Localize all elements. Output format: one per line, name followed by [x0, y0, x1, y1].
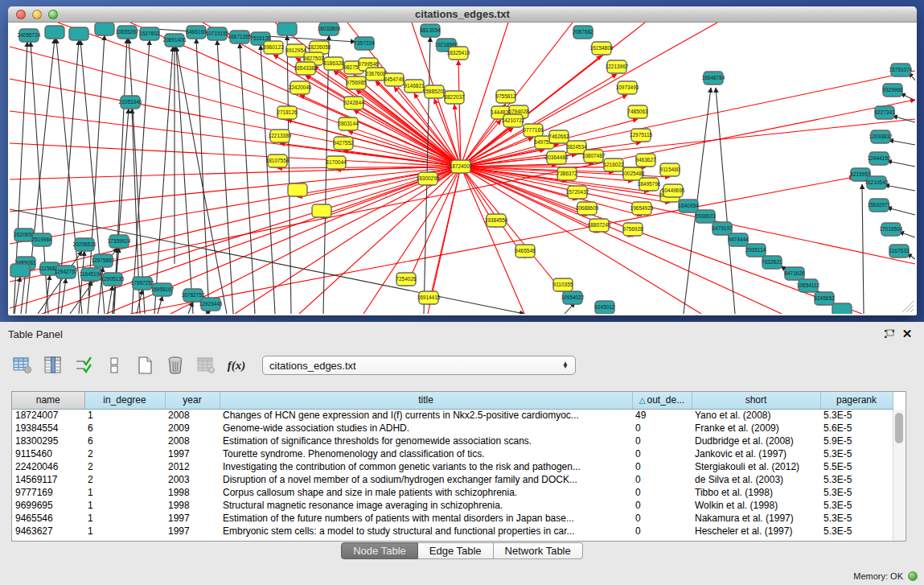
table-cell[interactable]: Changes of HCN gene expression and I(f) … — [220, 409, 632, 422]
table-cell[interactable]: 9777169 — [12, 486, 84, 499]
graph-node[interactable]: 9245012 — [594, 301, 615, 314]
graph-node[interactable]: 2087682 — [573, 26, 593, 39]
table-row[interactable]: 2242004622012Investigating the contribut… — [12, 460, 893, 473]
table-cell[interactable]: Yano et al. (2008) — [692, 409, 820, 422]
table-cell[interactable]: 0 — [632, 435, 692, 447]
table-cell[interactable]: 2 — [84, 447, 165, 460]
graph-node[interactable]: 9755812 — [495, 90, 516, 103]
table-cell[interactable]: Investigating the contribution of common… — [220, 460, 632, 473]
graph-node[interactable]: 20691406 — [163, 34, 187, 47]
graph-edge[interactable] — [240, 43, 255, 314]
table-cell[interactable]: 9465546 — [12, 512, 84, 525]
new-table-icon[interactable] — [132, 353, 158, 377]
graph-edge[interactable] — [899, 232, 915, 237]
table-cell[interactable]: Tourette syndrome. Phenomenology and cla… — [220, 447, 632, 460]
graph-node[interactable]: 9777169 — [523, 124, 544, 137]
table-scrollbar-thumb[interactable] — [895, 413, 903, 443]
table-row[interactable]: 1872400712008Changes of HCN gene express… — [12, 409, 893, 422]
table-cell[interactable]: Wolkin et al. (1998) — [692, 499, 820, 512]
table-cell[interactable]: 49 — [632, 409, 692, 422]
table-cell[interactable]: 1 — [84, 409, 165, 422]
graph-node[interactable]: 2803144 — [338, 117, 359, 130]
graph-node[interactable]: 1527602 — [139, 27, 160, 40]
table-cell[interactable]: 19384554 — [12, 422, 84, 435]
graph-node[interactable]: 18300295 — [417, 172, 440, 185]
table-cell[interactable]: 14569117 — [12, 473, 84, 486]
graph-node[interactable]: 12975887 — [92, 254, 115, 267]
graph-edge[interactable] — [10, 79, 461, 167]
table-cell[interactable]: 5.3E-5 — [820, 473, 893, 486]
table-cell[interactable]: Genome-wide association studies in ADHD. — [220, 422, 632, 435]
graph-node[interactable]: 14210722 — [502, 114, 525, 127]
table-cell[interactable]: 0 — [632, 525, 692, 538]
table-cell[interactable]: Estimation of significance thresholds fo… — [220, 435, 632, 447]
table-row[interactable]: 946554611997Estimation of the future num… — [12, 512, 893, 525]
table-cell[interactable]: 1998 — [165, 499, 220, 512]
column-header-in-degree[interactable]: in_degree — [84, 392, 165, 409]
table-cell[interactable]: Corpus callosum shape and size in male p… — [220, 486, 632, 499]
graph-node[interactable]: 8466160 — [186, 26, 207, 39]
graph-node[interactable]: 1167533 — [889, 245, 910, 257]
graph-node[interactable]: 7485063 — [627, 105, 648, 118]
graph-node[interactable]: 15751074 — [889, 64, 913, 76]
table-cell[interactable]: Jankovic et al. (1997) — [692, 447, 820, 460]
table-cell[interactable]: 5.3E-5 — [820, 499, 893, 512]
table-cell[interactable]: Estimation of the future numbers of pati… — [220, 512, 632, 525]
table-cell[interactable]: Embryonic stem cells: a model to study s… — [220, 525, 632, 538]
graph-node[interactable]: 10449695 — [662, 184, 685, 197]
graph-node[interactable]: 24055724 — [18, 29, 41, 42]
graph-node[interactable]: 10973493 — [616, 81, 639, 94]
table-settings-icon[interactable] — [10, 353, 35, 377]
graph-node[interactable]: 15720437 — [566, 186, 589, 199]
table-cell[interactable]: 5.5E-5 — [820, 460, 893, 473]
table-cell[interactable]: de Silva et al. (2003) — [692, 473, 820, 486]
graph-node[interactable]: 7632621 — [762, 256, 782, 269]
graph-node[interactable] — [312, 204, 331, 217]
graph-node[interactable]: 9245652 — [814, 292, 835, 305]
table-cell[interactable]: 5.3E-5 — [820, 525, 893, 538]
table-cell[interactable]: Disruption of a novel member of a sodium… — [220, 473, 632, 486]
tab-node-table[interactable]: Node Table — [341, 542, 418, 559]
graph-node[interactable] — [832, 303, 852, 314]
graph-node[interactable]: 22420046 — [289, 81, 312, 94]
graph-node[interactable]: 8471626 — [784, 267, 805, 280]
column-header-name[interactable]: name — [12, 392, 84, 409]
table-cell[interactable]: 5.3E-5 — [820, 447, 893, 460]
window-titlebar[interactable]: citations_edges.txt — [8, 6, 917, 23]
graph-edge[interactable] — [887, 208, 915, 215]
graph-edge[interactable] — [889, 140, 915, 145]
network-view[interactable]: 2405572410655287152760220691406846616010… — [10, 23, 915, 314]
graph-node[interactable]: 17359924 — [108, 235, 131, 248]
graph-node[interactable]: 8186328 — [323, 57, 344, 70]
graph-edge[interactable] — [154, 47, 173, 314]
graph-node[interactable]: 16648784 — [702, 72, 725, 84]
graph-node[interactable]: 12093832 — [869, 130, 893, 143]
graph-node[interactable]: 10654112 — [797, 279, 820, 292]
window-resize-grip[interactable] — [902, 301, 914, 312]
graph-node[interactable]: 9329966 — [882, 84, 903, 97]
graph-edge[interactable] — [887, 161, 915, 167]
graph-node[interactable]: 18495796 — [638, 178, 661, 191]
graph-node[interactable]: 7386372 — [556, 167, 577, 180]
table-cell[interactable]: 22420046 — [12, 460, 84, 473]
graph-node[interactable]: 9242844 — [343, 97, 364, 109]
graph-node[interactable]: 9146821 — [404, 80, 425, 93]
table-cell[interactable]: 1998 — [165, 486, 220, 499]
graph-edge[interactable] — [363, 167, 461, 314]
graph-node[interactable]: 6216022 — [603, 159, 624, 171]
graph-node[interactable]: 12213967 — [606, 60, 629, 73]
table-scrollbar[interactable] — [893, 410, 905, 541]
graph-edge[interactable] — [203, 23, 461, 167]
graph-node[interactable]: 8813054 — [420, 24, 441, 37]
graph-node[interactable]: 12905135 — [101, 273, 125, 286]
graph-node[interactable]: 10954022 — [561, 291, 585, 304]
table-cell[interactable]: 2009 — [165, 422, 220, 435]
table-cell[interactable]: 0 — [632, 447, 692, 460]
table-cell[interactable]: 1997 — [165, 447, 220, 460]
graph-node[interactable]: 7254026 — [396, 273, 417, 286]
graph-node[interactable]: 12444150 — [868, 152, 891, 165]
table-cell[interactable]: 18300295 — [12, 435, 84, 447]
graph-edge[interactable] — [429, 167, 461, 305]
table-cell[interactable]: 1 — [84, 499, 165, 512]
graph-node[interactable]: 16914415 — [417, 291, 441, 304]
